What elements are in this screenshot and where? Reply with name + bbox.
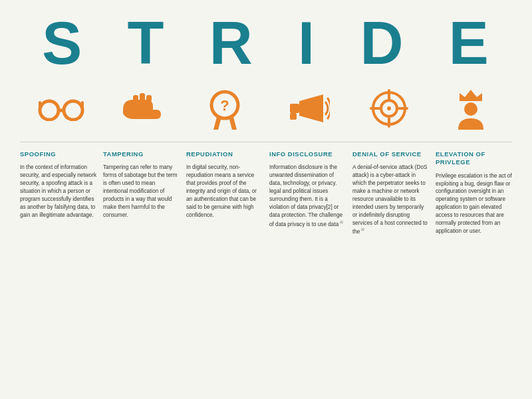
letter-s: S: [42, 13, 83, 73]
ref-footnote2: ⊞: [360, 227, 364, 231]
svg-rect-7: [146, 95, 152, 102]
spoofing-heading: SPOOFING: [20, 150, 96, 158]
megaphone-icon: [285, 92, 330, 125]
col-info-disclosure: INFO DISCLOSURE Information disclosure i…: [269, 150, 346, 386]
letter-e: E: [449, 13, 490, 73]
col-tampering: TAMPERING Tampering can refer to many fo…: [103, 150, 180, 386]
repudiation-icon-cell: ?: [188, 86, 261, 130]
info-disclosure-icon-cell: [271, 92, 344, 125]
svg-marker-13: [299, 94, 323, 122]
svg-rect-12: [290, 104, 299, 113]
denial-of-service-icon-cell: [352, 89, 426, 128]
svg-text:?: ?: [220, 97, 229, 114]
repudiation-text: In digital security, non-repudiation mea…: [186, 164, 263, 219]
spoofing-text: In the context of information security, …: [20, 164, 96, 219]
crosshair-icon: [370, 89, 408, 128]
stride-title: S T R I D E: [20, 13, 512, 73]
svg-point-1: [64, 101, 82, 120]
col-denial-of-service: DENIAL OF SERVICE A denial-of-service at…: [352, 150, 429, 386]
elevation-icon-cell: [434, 86, 507, 130]
tampering-text: Tampering can refer to many forms of sab…: [103, 164, 180, 219]
denial-of-service-heading: DENIAL OF SERVICE: [352, 150, 429, 158]
svg-point-17: [387, 106, 391, 110]
svg-marker-11: [229, 117, 237, 130]
letter-t: T: [128, 13, 166, 73]
glasses-icon: [38, 96, 84, 121]
info-disclosure-heading: INFO DISCLOSURE: [269, 150, 346, 158]
tampering-icon-cell: [106, 90, 180, 126]
icons-row: ?: [20, 80, 512, 136]
elevation-text: Privilege escalation is the act of explo…: [436, 172, 512, 235]
page: S T R I D E: [0, 0, 532, 399]
svg-marker-10: [213, 117, 221, 130]
content-row: SPOOFING In the context of information s…: [20, 150, 512, 386]
svg-rect-6: [140, 93, 145, 102]
col-elevation: ELEVATION OF PRIVLEGE Privilege escalati…: [436, 150, 512, 386]
letter-d: D: [360, 13, 404, 73]
repudiation-heading: REPUDIATION: [186, 150, 263, 158]
ref-footnote: ⊞: [338, 220, 343, 224]
elevation-heading: ELEVATION OF PRIVLEGE: [436, 150, 512, 167]
svg-marker-22: [460, 90, 482, 101]
letter-i: I: [298, 13, 316, 73]
divider-line: [20, 142, 512, 142]
svg-point-23: [464, 102, 477, 116]
denial-of-service-text: A denial-of-service attack (DoS attack) …: [352, 164, 429, 236]
crown-person-icon: [453, 86, 489, 130]
svg-point-0: [40, 101, 59, 120]
col-spoofing: SPOOFING In the context of information s…: [20, 150, 96, 386]
medal-icon: ?: [207, 86, 243, 130]
svg-rect-14: [290, 113, 297, 120]
tampering-heading: TAMPERING: [103, 150, 180, 158]
svg-rect-5: [133, 95, 138, 102]
spoofing-icon-cell: [25, 96, 98, 121]
letter-r: R: [209, 13, 254, 73]
info-disclosure-text: Information disclosure is the unwanted d…: [269, 164, 346, 228]
hand-icon: [120, 90, 166, 126]
col-repudiation: REPUDIATION In digital security, non-rep…: [186, 150, 263, 386]
